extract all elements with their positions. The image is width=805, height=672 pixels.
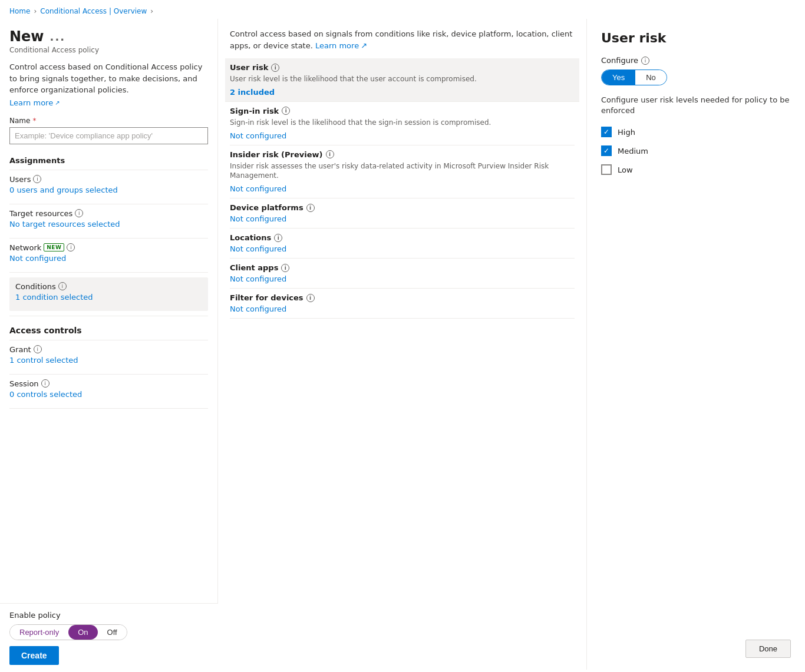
condition-row[interactable]: Insider risk (Preview)iInsider risk asse… — [230, 145, 575, 199]
condition-value[interactable]: 2 included — [230, 88, 575, 97]
page-title: New — [9, 28, 44, 45]
condition-title: Sign-in riski — [230, 107, 575, 115]
condition-info-icon[interactable]: i — [306, 294, 315, 302]
middle-panel: Control access based on signals from con… — [218, 19, 587, 670]
condition-title: Locationsi — [230, 233, 575, 242]
target-resources-info-icon[interactable]: i — [75, 209, 83, 217]
enable-policy-label: Enable policy — [9, 611, 209, 620]
checkbox-row[interactable]: ✓Medium — [601, 145, 791, 156]
external-link-icon: ↗ — [55, 100, 60, 106]
users-value[interactable]: 0 users and groups selected — [9, 186, 208, 194]
checkbox-label: Low — [618, 165, 633, 174]
target-resources-value[interactable]: No target resources selected — [9, 220, 208, 229]
network-label: Network NEW i — [9, 243, 208, 252]
breadcrumb: Home › Conditional Access | Overview › — [0, 0, 805, 19]
configure-label: Configure i — [601, 56, 791, 65]
condition-row[interactable]: LocationsiNot configured — [230, 229, 575, 259]
enable-policy-bar: Enable policy Report-only On Off Create — [0, 603, 218, 672]
checkbox-row[interactable]: Low — [601, 164, 791, 175]
conditions-subsection[interactable]: Conditions i 1 condition selected — [9, 277, 208, 311]
condition-value[interactable]: Not configured — [230, 184, 575, 193]
breadcrumb-parent[interactable]: Conditional Access | Overview — [40, 7, 147, 15]
condition-desc: Insider risk assesses the user's risky d… — [230, 161, 575, 181]
network-value[interactable]: Not configured — [9, 254, 208, 263]
toggle-off[interactable]: Off — [98, 625, 127, 640]
right-panel-title: User risk — [601, 31, 791, 45]
configure-desc: Configure user risk levels needed for po… — [601, 95, 791, 116]
configure-label-text: Configure — [601, 56, 638, 65]
right-panel: User risk Configure i Yes No Configure u… — [587, 19, 805, 670]
condition-info-icon[interactable]: i — [282, 107, 290, 115]
middle-learn-more[interactable]: Learn more ↗ — [315, 40, 367, 52]
condition-value[interactable]: Not configured — [230, 131, 575, 140]
no-button[interactable]: No — [635, 70, 667, 85]
condition-info-icon[interactable]: i — [281, 264, 289, 272]
done-button[interactable]: Done — [745, 640, 791, 658]
condition-info-icon[interactable]: i — [306, 204, 315, 212]
toggle-report-only[interactable]: Report-only — [10, 625, 68, 640]
condition-value[interactable]: Not configured — [230, 214, 575, 223]
breadcrumb-sep2: › — [150, 7, 153, 15]
condition-rows: User riskiUser risk level is the likelih… — [230, 58, 575, 319]
session-value[interactable]: 0 controls selected — [9, 390, 208, 399]
condition-info-icon[interactable]: i — [274, 234, 282, 242]
checkbox-row[interactable]: ✓High — [601, 127, 791, 137]
left-learn-more[interactable]: Learn more ↗ — [9, 98, 208, 107]
left-description: Control access based on Conditional Acce… — [9, 61, 208, 96]
users-info-icon[interactable]: i — [33, 175, 41, 183]
checkbox-box[interactable]: ✓ — [601, 127, 612, 137]
checkbox-box[interactable]: ✓ — [601, 145, 612, 156]
conditions-label: Conditions i — [15, 282, 202, 291]
page-title-area: New ... — [9, 28, 208, 45]
assignments-header: Assignments — [9, 153, 208, 165]
session-info-icon[interactable]: i — [41, 379, 50, 388]
target-resources-divider — [9, 238, 208, 239]
condition-row[interactable]: Sign-in riskiSign-in risk level is the l… — [230, 102, 575, 145]
create-button[interactable]: Create — [9, 646, 59, 665]
grant-value[interactable]: 1 control selected — [9, 356, 208, 365]
condition-row[interactable]: Filter for devicesiNot configured — [230, 289, 575, 319]
level-checkboxes: ✓High✓MediumLow — [601, 127, 791, 183]
conditions-value[interactable]: 1 condition selected — [15, 293, 202, 302]
checkbox-label: Medium — [618, 147, 648, 155]
condition-row[interactable]: Device platformsiNot configured — [230, 198, 575, 229]
users-label: Users i — [9, 175, 208, 184]
condition-title: Client appsi — [230, 263, 575, 272]
grant-info-icon[interactable]: i — [34, 345, 42, 353]
checkbox-box[interactable] — [601, 164, 612, 175]
condition-value[interactable]: Not configured — [230, 274, 575, 283]
breadcrumb-home[interactable]: Home — [9, 7, 30, 15]
target-resources-label: Target resources i — [9, 209, 208, 218]
condition-row[interactable]: Client appsiNot configured — [230, 259, 575, 289]
yes-no-toggle[interactable]: Yes No — [601, 69, 667, 85]
grant-divider — [9, 374, 208, 375]
checkbox-label: High — [618, 128, 635, 137]
yes-button[interactable]: Yes — [602, 70, 635, 85]
more-button[interactable]: ... — [50, 31, 66, 43]
enable-policy-toggle[interactable]: Report-only On Off — [9, 624, 127, 640]
left-panel: New ... Conditional Access policy Contro… — [0, 19, 218, 670]
condition-info-icon[interactable]: i — [271, 64, 279, 72]
toggle-on[interactable]: On — [68, 625, 97, 640]
page-subtitle: Conditional Access policy — [9, 46, 208, 54]
target-resources-subsection: Target resources i No target resources s… — [9, 209, 208, 233]
grant-label-text: Grant — [9, 345, 31, 354]
network-info-icon[interactable]: i — [67, 243, 75, 251]
session-label-text: Session — [9, 379, 39, 388]
conditions-info-icon[interactable]: i — [58, 282, 67, 290]
condition-title: User riski — [230, 63, 575, 72]
condition-info-icon[interactable]: i — [326, 150, 334, 158]
condition-title: Device platformsi — [230, 203, 575, 212]
configure-info-icon[interactable]: i — [641, 57, 649, 65]
middle-ext-icon: ↗ — [361, 40, 367, 52]
middle-desc-text: Control access based on signals from con… — [230, 29, 572, 50]
condition-value[interactable]: Not configured — [230, 304, 575, 313]
middle-learn-more-text: Learn more — [315, 40, 359, 52]
access-controls-header: Access controls — [9, 326, 208, 335]
condition-title: Insider risk (Preview)i — [230, 150, 575, 159]
condition-row[interactable]: User riskiUser risk level is the likelih… — [225, 58, 579, 102]
breadcrumb-sep1: › — [34, 7, 37, 15]
condition-value[interactable]: Not configured — [230, 244, 575, 253]
name-input[interactable] — [9, 127, 208, 144]
conditions-label-text: Conditions — [15, 282, 56, 291]
